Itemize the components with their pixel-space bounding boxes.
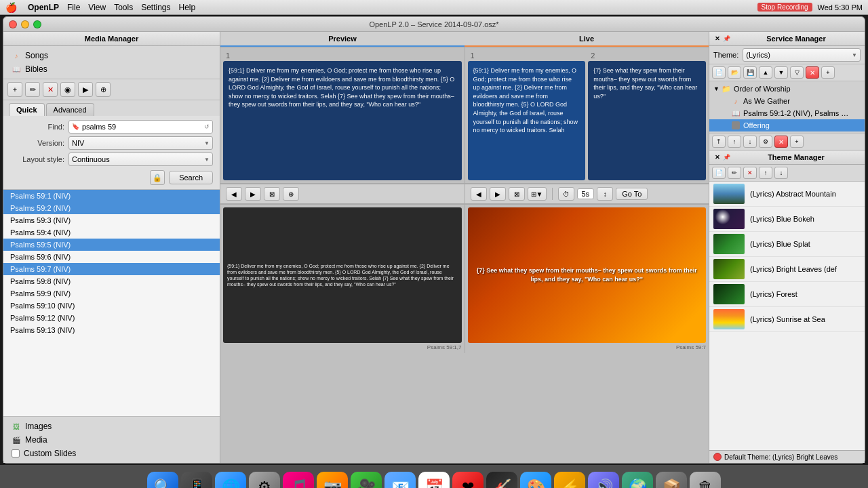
sm-filter-btn[interactable]: ▽ [790, 66, 804, 79]
results-list[interactable]: Psalms 59:1 (NIV) Psalms 59:2 (NIV) Psal… [3, 190, 220, 416]
sm-remove-btn[interactable]: ✕ [774, 136, 788, 148]
dock-launchpad[interactable]: 📱 [181, 472, 212, 488]
menu-file[interactable]: File [67, 3, 80, 12]
preview-slide[interactable]: {59:1} Deliver me from my enemies, O God… [223, 61, 462, 180]
source-bibles[interactable]: 📖 Bibles [3, 62, 220, 76]
theme-blue-splat[interactable]: (Lyrics) Blue Splat [709, 232, 865, 257]
menu-help[interactable]: Help [179, 3, 196, 12]
tm-import-btn[interactable]: ↓ [774, 167, 788, 179]
result-item[interactable]: Psalms 59:10 (NIV) [3, 300, 220, 312]
dock-app15[interactable]: 🌍 [622, 472, 653, 488]
theme-sunrise-sea[interactable]: (Lyrics) Sunrise at Sea [709, 307, 865, 332]
menu-settings[interactable]: Settings [141, 3, 170, 12]
result-item[interactable]: Psalms 59:1 (NIV) [3, 190, 220, 202]
result-item[interactable]: Psalms 59:4 (NIV) [3, 226, 220, 239]
close-btn[interactable] [9, 20, 17, 28]
search-button[interactable]: Search [169, 171, 213, 184]
tm-export-btn[interactable]: ↑ [759, 167, 772, 179]
sm-more-btn[interactable]: + [790, 136, 804, 148]
dock-mail[interactable]: 📧 [384, 472, 416, 488]
goto-button[interactable]: Go To [616, 188, 648, 200]
result-item[interactable]: Psalms 59:5 (NIV) [3, 239, 220, 251]
tm-pin-btn[interactable]: 📌 [723, 154, 730, 161]
stop-recording-btn[interactable]: Stop Recording [757, 3, 812, 12]
dock-app14[interactable]: 🔊 [588, 472, 619, 488]
tm-close-btn[interactable]: ✕ [715, 154, 720, 161]
sm-pin-btn[interactable]: 📌 [723, 35, 730, 42]
timer-icon-btn[interactable]: ⏱ [558, 187, 574, 201]
dock-finder[interactable]: 🔍 [147, 472, 178, 488]
tree-as-we-gather[interactable]: ♪ As We Gather [709, 95, 865, 107]
blank-btn[interactable]: ⊠ [264, 187, 280, 201]
new-btn[interactable]: + [7, 82, 22, 97]
source-songs[interactable]: ♪ Songs [3, 49, 220, 62]
dock-systemprefs[interactable]: ⚙ [249, 472, 280, 488]
edit-btn[interactable]: ✏ [25, 82, 40, 97]
live-blank-btn[interactable]: ⊠ [509, 187, 525, 201]
live-prev-btn[interactable]: ◀ [471, 187, 487, 201]
add-service-btn[interactable]: ⊕ [96, 82, 111, 97]
result-item[interactable]: Psalms 59:6 (NIV) [3, 251, 220, 263]
dock-safari[interactable]: 🌐 [215, 472, 246, 488]
menu-tools[interactable]: Tools [114, 3, 133, 12]
maximize-btn[interactable] [33, 20, 41, 28]
send-live-btn[interactable]: ⊕ [283, 187, 299, 201]
menu-view[interactable]: View [88, 3, 106, 12]
sm-save-btn[interactable]: 💾 [743, 66, 757, 79]
theme-forest[interactable]: (Lyrics) Forest [709, 282, 865, 307]
tm-new-theme-btn[interactable]: 📄 [712, 167, 726, 179]
next-slide-btn[interactable]: ▶ [245, 187, 261, 201]
apple-menu[interactable]: 🍎 [5, 2, 17, 13]
sm-delete-btn[interactable]: ✕ [806, 66, 819, 79]
sm-move-down-btn[interactable]: ↓ [743, 136, 757, 148]
theme-select[interactable]: (Lyrics) ▼ [743, 48, 861, 62]
find-input[interactable]: 🔖 psalms 59 ↺ [68, 120, 213, 134]
source-media[interactable]: 🎬 Media [3, 433, 220, 447]
sm-add-btn[interactable]: + [821, 66, 835, 79]
sm-up-btn[interactable]: ▲ [759, 66, 772, 79]
lock-btn[interactable]: 🔒 [150, 170, 165, 185]
dock-facetime[interactable]: 🎥 [351, 472, 382, 488]
tab-quick[interactable]: Quick [9, 103, 45, 116]
source-custom[interactable]: Custom Slides [3, 447, 220, 460]
minimize-btn[interactable] [21, 20, 29, 28]
result-item[interactable]: Psalms 59:12 (NIV) [3, 312, 220, 324]
live-screen-btn[interactable]: ⊞▼ [528, 187, 547, 201]
dock-app13[interactable]: ⚡ [554, 472, 585, 488]
preview-thumbnail[interactable]: {59:1} Deliver me from my enemies, O God… [223, 207, 462, 343]
live-thumbnail[interactable]: {7} See what they spew from their mouths… [468, 207, 707, 343]
timer-spin-btn[interactable]: ↕ [597, 187, 613, 201]
theme-blue-bokeh[interactable]: (Lyrics) Blue Bokeh [709, 207, 865, 232]
theme-abstract-mountain[interactable]: (Lyrics) Abstract Mountain [709, 182, 865, 207]
delete-btn[interactable]: ✕ [43, 82, 58, 97]
sm-new-btn[interactable]: 📄 [712, 66, 726, 79]
result-item[interactable]: Psalms 59:3 (NIV) [3, 214, 220, 226]
tree-offering[interactable]: Offering [709, 119, 865, 131]
dock-app16[interactable]: 📦 [656, 472, 687, 488]
dock-app9[interactable]: ❤ [452, 472, 484, 488]
live-slide2[interactable]: {7} See what they spew from their mouths… [588, 61, 706, 180]
timer-display[interactable]: 5s [577, 188, 595, 199]
result-item[interactable]: Psalms 59:9 (NIV) [3, 287, 220, 300]
result-item[interactable]: Psalms 59:13 (NIV) [3, 324, 220, 336]
dock-trash[interactable]: 🗑 [690, 472, 721, 488]
dock-iphoto[interactable]: 🎨 [520, 472, 551, 488]
tm-edit-btn[interactable]: ✏ [728, 167, 741, 179]
sm-move-top-btn[interactable]: ⤒ [712, 136, 726, 148]
source-images[interactable]: 🖼 Images [3, 420, 220, 433]
tab-advanced[interactable]: Advanced [46, 103, 94, 116]
result-item[interactable]: Psalms 59:8 (NIV) [3, 275, 220, 287]
sm-settings-btn[interactable]: ⚙ [759, 136, 772, 148]
layout-select[interactable]: Continuous ▼ [68, 152, 213, 166]
result-item[interactable]: Psalms 59:2 (NIV) [3, 202, 220, 214]
tree-order-of-worship[interactable]: ▼ 📁 Order of Worship [709, 83, 865, 95]
dock-itunes[interactable]: 🎵 [283, 472, 314, 488]
result-item[interactable]: Psalms 59:7 (NIV) [3, 263, 220, 275]
sm-move-up-btn[interactable]: ↑ [728, 136, 741, 148]
live-next-btn[interactable]: ▶ [490, 187, 506, 201]
sm-down-btn[interactable]: ▼ [774, 66, 788, 79]
sm-open-btn[interactable]: 📂 [728, 66, 741, 79]
live-slide1[interactable]: {59:1} Deliver me from my enemies, O God… [468, 61, 586, 180]
sm-close-btn[interactable]: ✕ [715, 35, 720, 42]
tree-psalms[interactable]: 📖 Psalms 59:1-2 (NIV), Psalms … [709, 107, 865, 119]
